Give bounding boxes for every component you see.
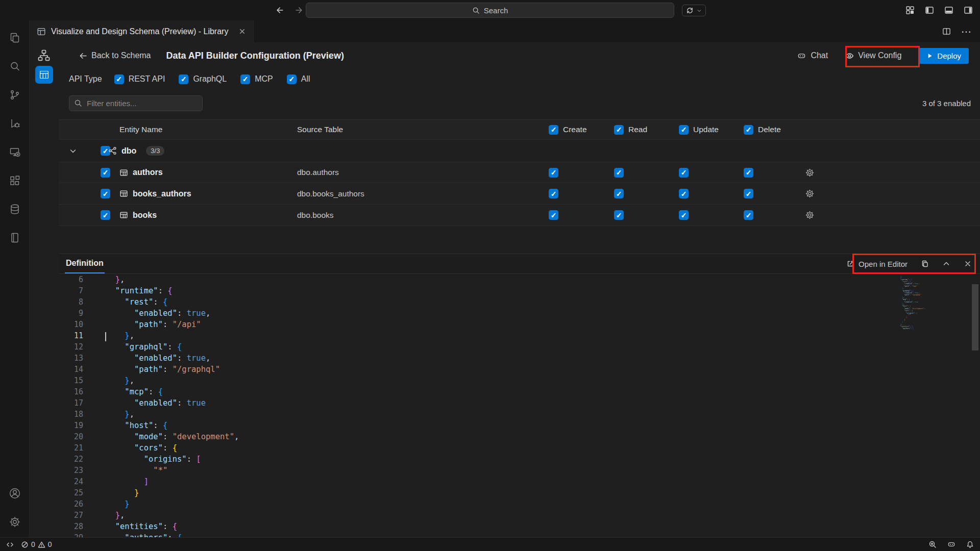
- checkbox[interactable]: [744, 189, 753, 198]
- checkbox[interactable]: [179, 74, 188, 84]
- code-line[interactable]: 14 "path": "/graphql": [59, 364, 980, 375]
- entity-group-row[interactable]: dbo 3/3: [59, 140, 980, 162]
- table-row[interactable]: books dbo.books: [59, 205, 980, 226]
- run-debug-icon[interactable]: [0, 109, 30, 138]
- search-sidebar-icon[interactable]: [0, 52, 30, 81]
- code-line[interactable]: 10 "path": "/api": [59, 319, 980, 330]
- row-settings-icon[interactable]: [805, 210, 815, 220]
- code-line[interactable]: 15 },: [59, 375, 980, 386]
- code-line[interactable]: 18 },: [59, 409, 980, 420]
- more-actions-icon[interactable]: ⋯: [961, 29, 972, 34]
- scrollbar-thumb[interactable]: [972, 284, 978, 350]
- row-settings-icon[interactable]: [805, 189, 815, 198]
- checkbox[interactable]: [240, 74, 250, 84]
- checkbox[interactable]: [679, 168, 689, 178]
- checkbox[interactable]: [614, 210, 624, 220]
- api-type-option[interactable]: REST API: [114, 74, 165, 84]
- definition-tab[interactable]: Definition: [65, 254, 105, 273]
- checkbox[interactable]: [101, 189, 110, 198]
- chat-button[interactable]: Chat: [797, 51, 828, 60]
- tab-visualize-design-schema[interactable]: Visualize and Design Schema (Preview) - …: [30, 20, 254, 42]
- code-line[interactable]: 16 "mcp": {: [59, 386, 980, 397]
- checkbox[interactable]: [114, 74, 124, 84]
- code-line[interactable]: 9 "enabled": true,: [59, 308, 980, 319]
- toggle-secondary-sidebar-icon[interactable]: [964, 6, 973, 15]
- checkbox[interactable]: [287, 74, 297, 84]
- code-line[interactable]: 24 ]: [59, 476, 980, 487]
- visualize-schema-icon[interactable]: [37, 48, 51, 63]
- zoom-icon[interactable]: [928, 540, 937, 548]
- table-row[interactable]: authors dbo.authors: [59, 162, 980, 183]
- code-line[interactable]: 22 "origins": [: [59, 454, 980, 465]
- checkbox[interactable]: [614, 125, 624, 135]
- code-line[interactable]: 20 "mode": "development",: [59, 431, 980, 442]
- code-line[interactable]: 28 "entities": {: [59, 521, 980, 532]
- checkbox[interactable]: [679, 125, 689, 135]
- checkbox[interactable]: [549, 125, 558, 135]
- code-editor[interactable]: 6 },7 "runtime": {8 "rest": {9 "enabled"…: [59, 274, 980, 537]
- code-line[interactable]: 27 },: [59, 510, 980, 521]
- back-to-schema-link[interactable]: Back to Schema: [78, 51, 151, 60]
- design-schema-icon-active[interactable]: [35, 66, 53, 84]
- search-box[interactable]: Search: [306, 3, 674, 18]
- toggle-sidebar-icon[interactable]: [925, 6, 934, 15]
- open-in-editor-button[interactable]: Open in Editor: [846, 260, 908, 268]
- checkbox[interactable]: [744, 125, 753, 135]
- filter-entities-input[interactable]: [69, 95, 203, 111]
- copy-icon[interactable]: [921, 260, 929, 268]
- session-toggle[interactable]: [682, 5, 706, 16]
- code-line[interactable]: 29 "authors": {: [59, 532, 980, 537]
- code-line[interactable]: 21 "cors": {: [59, 442, 980, 454]
- table-row[interactable]: books_authors dbo.books_authors: [59, 183, 980, 205]
- code-line[interactable]: 23 "*": [59, 465, 980, 476]
- toggle-panel-icon[interactable]: [944, 6, 953, 15]
- checkbox[interactable]: [679, 189, 689, 198]
- account-icon[interactable]: [0, 479, 30, 508]
- copilot-icon[interactable]: [947, 541, 956, 548]
- database-icon[interactable]: [0, 195, 30, 223]
- remote-explorer-icon[interactable]: [0, 138, 30, 166]
- close-icon[interactable]: [964, 260, 972, 268]
- settings-gear-icon[interactable]: [0, 508, 30, 536]
- checkbox[interactable]: [549, 189, 558, 198]
- source-control-icon[interactable]: [0, 81, 30, 109]
- checkbox[interactable]: [549, 168, 558, 178]
- code-line[interactable]: 13 "enabled": true,: [59, 353, 980, 364]
- chevron-down-icon[interactable]: [69, 147, 92, 155]
- code-line[interactable]: 11 },: [59, 330, 980, 341]
- api-type-option[interactable]: MCP: [240, 74, 273, 84]
- back-arrow-icon[interactable]: [275, 6, 284, 15]
- api-type-option[interactable]: GraphQL: [179, 74, 227, 84]
- checkbox[interactable]: [614, 189, 624, 198]
- checkbox[interactable]: [744, 210, 753, 220]
- checkbox[interactable]: [614, 168, 624, 178]
- row-settings-icon[interactable]: [805, 168, 815, 178]
- checkbox[interactable]: [101, 210, 110, 220]
- checkbox[interactable]: [744, 168, 753, 178]
- bell-icon[interactable]: [966, 541, 974, 548]
- code-line[interactable]: 17 "enabled": true: [59, 397, 980, 409]
- explorer-icon[interactable]: [0, 23, 30, 52]
- code-line[interactable]: 8 "rest": {: [59, 296, 980, 308]
- code-line[interactable]: 25 }: [59, 487, 980, 498]
- code-line[interactable]: 6 },: [59, 274, 980, 285]
- checkbox[interactable]: [679, 210, 689, 220]
- remote-indicator[interactable]: [6, 541, 14, 548]
- problems-indicator[interactable]: 0 0: [21, 540, 52, 548]
- checkbox[interactable]: [101, 168, 110, 178]
- chevron-up-icon[interactable]: [942, 260, 950, 268]
- code-line[interactable]: 7 "runtime": {: [59, 285, 980, 296]
- checkbox[interactable]: [549, 210, 558, 220]
- forward-arrow-icon[interactable]: [295, 6, 304, 15]
- code-line[interactable]: 12 "graphql": {: [59, 341, 980, 353]
- customize-layout-icon[interactable]: [905, 6, 915, 15]
- code-line[interactable]: 26 }: [59, 498, 980, 510]
- code-line[interactable]: 19 "host": {: [59, 420, 980, 431]
- api-type-option[interactable]: All: [287, 74, 310, 84]
- database-project-icon[interactable]: [0, 223, 30, 252]
- deploy-button[interactable]: Deploy: [919, 48, 969, 64]
- close-icon[interactable]: [238, 28, 246, 35]
- view-config-button[interactable]: View Config: [840, 47, 906, 64]
- extensions-icon[interactable]: [0, 166, 30, 195]
- split-editor-icon[interactable]: [942, 27, 951, 36]
